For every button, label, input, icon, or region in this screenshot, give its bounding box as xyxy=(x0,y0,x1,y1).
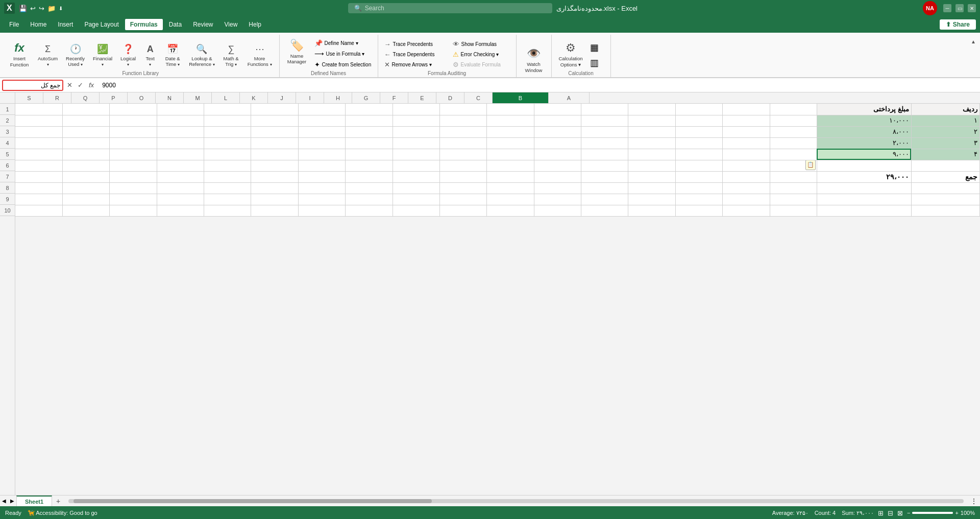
cell-M1[interactable] xyxy=(298,104,345,115)
cell-M10[interactable] xyxy=(298,205,345,216)
cell-P1[interactable] xyxy=(157,104,204,115)
cell-R6[interactable] xyxy=(62,160,109,171)
cell-J1[interactable] xyxy=(439,104,486,115)
cell-A1[interactable]: ردیف xyxy=(911,104,979,115)
cell-J5[interactable] xyxy=(439,149,486,160)
cell-L6[interactable] xyxy=(346,160,393,171)
cell-L7[interactable] xyxy=(346,171,393,182)
cell-I3[interactable] xyxy=(487,126,534,137)
cell-R9[interactable] xyxy=(62,194,109,205)
cell-M5[interactable] xyxy=(298,149,345,160)
cell-C8[interactable] xyxy=(770,182,817,194)
menu-data[interactable]: Data xyxy=(164,19,187,30)
cell-H6[interactable] xyxy=(534,160,581,171)
cell-C2[interactable] xyxy=(770,115,817,126)
cell-J6[interactable] xyxy=(439,160,486,171)
cell-S7[interactable] xyxy=(15,171,62,182)
cell-J8[interactable] xyxy=(439,182,486,194)
cell-G2[interactable] xyxy=(581,115,628,126)
cell-Q4[interactable] xyxy=(110,137,157,149)
col-header-B[interactable]: B xyxy=(493,92,549,104)
row-header-5[interactable]: 5 xyxy=(0,149,15,160)
cell-L1[interactable] xyxy=(346,104,393,115)
cell-C6[interactable]: 📋 xyxy=(770,160,817,171)
col-header-K[interactable]: K xyxy=(240,92,268,104)
cell-I6[interactable] xyxy=(487,160,534,171)
cell-P3[interactable] xyxy=(157,126,204,137)
menu-file[interactable]: File xyxy=(4,19,24,30)
cell-I5[interactable] xyxy=(487,149,534,160)
cell-N7[interactable] xyxy=(251,171,298,182)
cell-S3[interactable] xyxy=(15,126,62,137)
cell-I7[interactable] xyxy=(487,171,534,182)
cell-A9[interactable] xyxy=(911,194,979,205)
share-button[interactable]: ⬆ Share xyxy=(940,19,976,30)
cell-M6[interactable] xyxy=(298,160,345,171)
add-sheet-button[interactable]: + xyxy=(52,496,64,506)
evaluate-formula-button[interactable]: ⚙ Evaluate Formula xyxy=(451,60,512,69)
cell-A10[interactable] xyxy=(911,205,979,216)
cell-N9[interactable] xyxy=(251,194,298,205)
cell-Q6[interactable] xyxy=(110,160,157,171)
use-in-formula-button[interactable]: ⟶ Use in Formula ▾ xyxy=(312,49,374,59)
col-header-D[interactable]: D xyxy=(436,92,464,104)
cell-B2[interactable]: ۱۰،۰۰۰ xyxy=(817,115,911,126)
page-break-view-icon[interactable]: ⊠ xyxy=(897,509,903,517)
page-layout-view-icon[interactable]: ⊟ xyxy=(888,509,893,517)
cell-O2[interactable] xyxy=(204,115,251,126)
cell-A6[interactable] xyxy=(911,160,979,171)
cell-S1[interactable] xyxy=(15,104,62,115)
scroll-left-button[interactable]: ◀ xyxy=(0,498,8,504)
cell-F3[interactable] xyxy=(628,126,675,137)
col-header-S[interactable]: S xyxy=(15,92,43,104)
cell-N8[interactable] xyxy=(251,182,298,194)
cell-H10[interactable] xyxy=(534,205,581,216)
cell-Q10[interactable] xyxy=(110,205,157,216)
menu-view[interactable]: View xyxy=(219,19,243,30)
cell-H8[interactable] xyxy=(534,182,581,194)
cell-H9[interactable] xyxy=(534,194,581,205)
cell-E3[interactable] xyxy=(675,126,722,137)
cell-R3[interactable] xyxy=(62,126,109,137)
cell-J3[interactable] xyxy=(439,126,486,137)
cell-G4[interactable] xyxy=(581,137,628,149)
cell-N6[interactable] xyxy=(251,160,298,171)
cell-B5[interactable]: ۹،۰۰۰ xyxy=(817,149,911,160)
cell-Q2[interactable] xyxy=(110,115,157,126)
cell-B10[interactable] xyxy=(817,205,911,216)
financial-button[interactable]: 💹 Financial▾ xyxy=(90,41,115,69)
cell-B9[interactable] xyxy=(817,194,911,205)
date-time-button[interactable]: 📅 Date &Time ▾ xyxy=(161,41,184,69)
show-formulas-button[interactable]: 👁 Show Formulas xyxy=(451,39,512,49)
cell-E10[interactable] xyxy=(675,205,722,216)
cell-R2[interactable] xyxy=(62,115,109,126)
error-checking-button[interactable]: ⚠ Error Checking ▾ xyxy=(451,50,512,59)
paste-options-icon[interactable]: 📋 xyxy=(805,160,816,170)
cell-I9[interactable] xyxy=(487,194,534,205)
ribbon-collapse-button[interactable]: ▲ xyxy=(969,37,978,46)
cell-I10[interactable] xyxy=(487,205,534,216)
col-header-A[interactable]: A xyxy=(549,92,590,104)
cell-C1[interactable] xyxy=(770,104,817,115)
col-header-P[interactable]: P xyxy=(100,92,128,104)
cell-I1[interactable] xyxy=(487,104,534,115)
define-name-button[interactable]: 📌 Define Name ▾ xyxy=(312,38,374,48)
cell-N3[interactable] xyxy=(251,126,298,137)
cell-G5[interactable] xyxy=(581,149,628,160)
cell-Q9[interactable] xyxy=(110,194,157,205)
trace-dependents-button[interactable]: ← Trace Dependents xyxy=(382,50,449,59)
cell-D6[interactable] xyxy=(723,160,770,171)
close-button[interactable]: ✕ xyxy=(968,4,976,12)
cell-S2[interactable] xyxy=(15,115,62,126)
formula-input[interactable]: 9000 xyxy=(98,80,978,91)
cell-G7[interactable] xyxy=(581,171,628,182)
cell-M4[interactable] xyxy=(298,137,345,149)
cell-K2[interactable] xyxy=(393,115,439,126)
cell-P7[interactable] xyxy=(157,171,204,182)
watch-window-button[interactable]: 👁️ WatchWindow xyxy=(521,45,547,75)
sheet1-tab[interactable]: Sheet1 xyxy=(16,496,52,506)
cell-C10[interactable] xyxy=(770,205,817,216)
cell-F10[interactable] xyxy=(628,205,675,216)
formula-confirm-button[interactable]: ✓ xyxy=(76,81,85,89)
cell-Q1[interactable] xyxy=(110,104,157,115)
